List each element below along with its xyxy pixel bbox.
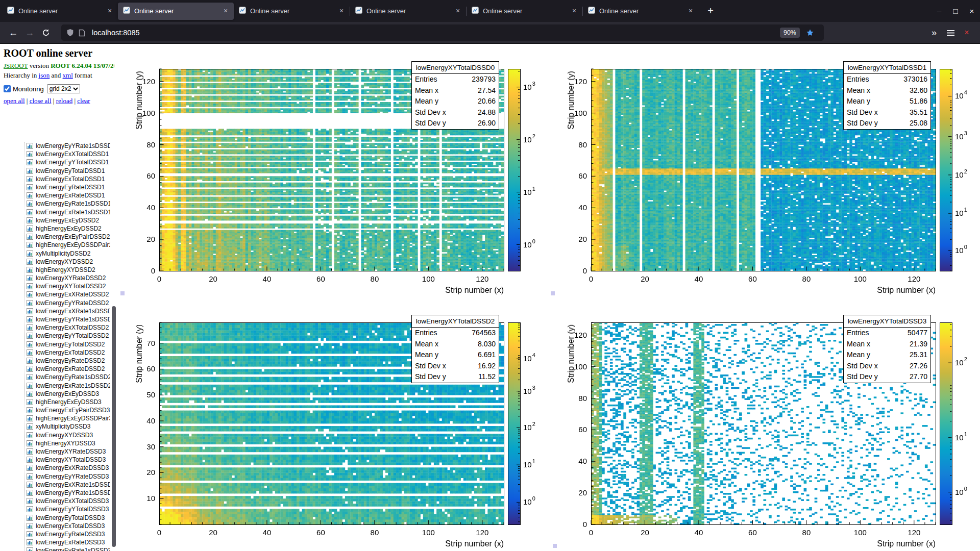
tree-item[interactable]: lowEnergyEyYTotalDSSD1 [0,158,110,166]
tree-item[interactable]: lowEnergyEyTotalDSSD2 [0,340,110,348]
tree-item[interactable]: lowEnergyEyYTotalDSSD2 [0,332,110,340]
browser-tab[interactable]: Online server× [583,3,699,20]
site-info-page-icon[interactable] [79,29,85,37]
grid-resize-handle[interactable] [553,544,557,548]
tree-item[interactable]: lowEnergyExRateDSSD2 [0,365,110,373]
reload-link[interactable]: reload [56,97,72,105]
tree-item[interactable]: lowEnergyEyRate1sDSSD3 [0,546,110,551]
plot-lowEnergyXYTotalDSSD1[interactable]: Strip number (y)Strip number (x)lowEnerg… [548,44,980,297]
tree-item[interactable]: lowEnergyEyYRate1sDSSD3 [0,489,110,497]
monitoring-checkbox[interactable] [4,85,11,92]
tree-item[interactable]: xyMultiplicityDSSD3 [0,422,110,431]
tree-item[interactable]: lowEnergyExXRateDSSD3 [0,464,110,472]
tree-item[interactable]: lowEnergyExXRateDSSD2 [0,290,110,298]
tree-item[interactable]: lowEnergyEyRateDSSD2 [0,357,110,365]
tree-item[interactable]: lowEnergyXYTotalDSSD2 [0,282,110,290]
back-button[interactable]: ← [5,24,21,41]
hamburger-menu-icon[interactable] [942,24,959,41]
tree-item[interactable]: highEnergyExEyDSSD2 [0,224,110,233]
tab-close-icon[interactable]: × [105,6,115,16]
tab-close-icon[interactable]: × [569,6,579,16]
tree-item[interactable]: lowEnergyExRate1sDSSD1 [0,208,110,216]
tree-item[interactable]: highEnergyExEyDSSD3 [0,398,110,406]
zoom-indicator[interactable]: 90% [780,28,800,38]
tree-item-label: lowEnergyEyYRate1sDSSD1 [36,142,110,149]
clear-link[interactable]: clear [77,97,90,105]
tree-item[interactable]: lowEnergyEyYRateDSSD3 [0,472,110,481]
tree-item[interactable]: lowEnergyExEyDSSD3 [0,390,110,398]
tree-item[interactable]: lowEnergyXYRateDSSD3 [0,447,110,456]
stats-box[interactable]: lowEnergyXYTotalDSSD3Entries50477Mean x2… [843,315,931,383]
tree-item[interactable]: lowEnergyEyYRateDSSD2 [0,299,110,307]
tree-item[interactable]: lowEnergyEyRate1sDSSD1 [0,199,110,208]
plot-lowEnergyXYTotalDSSD0[interactable]: Strip number (y)Strip number (x)lowEnerg… [116,44,548,297]
bookmark-star-icon[interactable] [806,29,814,37]
tree-item[interactable]: lowEnergyExXRate1sDSSD3 [0,481,110,489]
url-bar[interactable]: localhost:8085 90% [61,24,824,41]
tree-item[interactable]: lowEnergyExRate1sDSSD2 [0,381,110,389]
tree-item[interactable]: lowEnergyExXTotalDSSD1 [0,150,110,158]
tree-item[interactable]: lowEnergyXYDSSD2 [0,258,110,266]
browser-tab[interactable]: Online server× [467,3,582,20]
reload-button[interactable] [38,24,54,41]
json-link[interactable]: json [39,71,50,79]
stats-box[interactable]: lowEnergyXYTotalDSSD0Entries239793Mean x… [411,61,499,130]
overflow-menu-icon[interactable]: » [926,24,942,41]
window-close-button[interactable]: × [964,0,980,22]
tab-close-icon[interactable]: × [453,6,463,16]
tab-close-icon[interactable]: × [336,6,347,16]
plot-lowEnergyXYTotalDSSD2[interactable]: Strip number (y)Strip number (x)lowEnerg… [116,297,548,551]
plot-lowEnergyXYTotalDSSD3[interactable]: Strip number (y)Strip number (x)lowEnerg… [548,297,980,551]
browser-tab[interactable]: Online server× [2,3,118,20]
extension-close-icon[interactable]: × [959,24,975,41]
forward-button[interactable]: → [21,24,38,41]
tree-item[interactable]: highEnergyExEyDSSDPair2 [0,241,110,249]
grid-resize-handle[interactable] [120,291,125,295]
tree-item[interactable]: lowEnergyExXRate1sDSSD2 [0,307,110,315]
tree-item[interactable]: lowEnergyEyYRate1sDSSD2 [0,315,110,323]
tree-item[interactable]: lowEnergyExXTotalDSSD2 [0,323,110,332]
tree-item[interactable]: lowEnergyEyRateDSSD1 [0,183,110,191]
tree-item[interactable]: lowEnergyExTotalDSSD1 [0,175,110,183]
tree-item[interactable]: lowEnergyXYTotalDSSD3 [0,456,110,464]
tree-item[interactable]: lowEnergyEyYTotalDSSD3 [0,505,110,513]
tree-item[interactable]: highEnergyXYDSSD2 [0,266,110,274]
tab-close-icon[interactable]: × [685,6,696,16]
grid-layout-select[interactable]: grid 2x2 [47,84,80,93]
sidebar-scrollbar-thumb[interactable] [112,306,116,547]
open-all-link[interactable]: open all [4,97,25,105]
tree-item[interactable]: highEnergyXYDSSD3 [0,439,110,447]
browser-tab[interactable]: Online server× [350,3,466,20]
tree-item[interactable]: lowEnergyXYRateDSSD2 [0,274,110,282]
tree-item[interactable]: lowEnergyExRateDSSD3 [0,538,110,546]
tracking-protection-shield-icon[interactable] [66,29,74,37]
window-minimize-button[interactable]: – [931,0,947,22]
url-text[interactable]: localhost:8085 [92,29,780,37]
stats-box[interactable]: lowEnergyXYTotalDSSD1Entries373016Mean x… [843,61,931,130]
tree-item[interactable]: lowEnergyXYDSSD3 [0,431,110,439]
tab-close-icon[interactable]: × [220,6,231,16]
tree-item[interactable]: lowEnergyExTotalDSSD2 [0,348,110,357]
tree-item[interactable]: lowEnergyExTotalDSSD3 [0,522,110,530]
grid-resize-handle[interactable] [551,291,555,295]
stats-box[interactable]: lowEnergyXYTotalDSSD2Entries764563Mean x… [411,315,499,383]
tree-item[interactable]: lowEnergyExXTotalDSSD3 [0,497,110,505]
tree-item[interactable]: lowEnergyExEyPairDSSD2 [0,233,110,241]
tree-item[interactable]: lowEnergyEyYRate1sDSSD1 [0,142,110,150]
tree-item[interactable]: lowEnergyExRateDSSD1 [0,191,110,199]
close-all-link[interactable]: close all [30,97,52,105]
tree-item[interactable]: highEnergyExEyDSSDPair3 [0,414,110,422]
tree-item[interactable]: lowEnergyExEyPairDSSD3 [0,406,110,414]
tree-item[interactable]: lowEnergyEyTotalDSSD1 [0,167,110,175]
tree-item[interactable]: lowEnergyExEyDSSD2 [0,216,110,224]
browser-tab[interactable]: Online server× [234,3,350,20]
tree-item[interactable]: xyMultiplicityDSSD2 [0,249,110,257]
new-tab-button[interactable]: + [702,3,719,20]
jsroot-link[interactable]: JSROOT [4,62,28,69]
window-maximize-button[interactable]: □ [947,0,964,22]
browser-tab[interactable]: Online server× [118,3,234,20]
tree-item[interactable]: lowEnergyEyTotalDSSD3 [0,513,110,521]
tree-item[interactable]: lowEnergyEyRateDSSD3 [0,530,110,538]
tree-item[interactable]: lowEnergyEyRate1sDSSD2 [0,373,110,381]
xml-link[interactable]: xml [63,71,73,79]
